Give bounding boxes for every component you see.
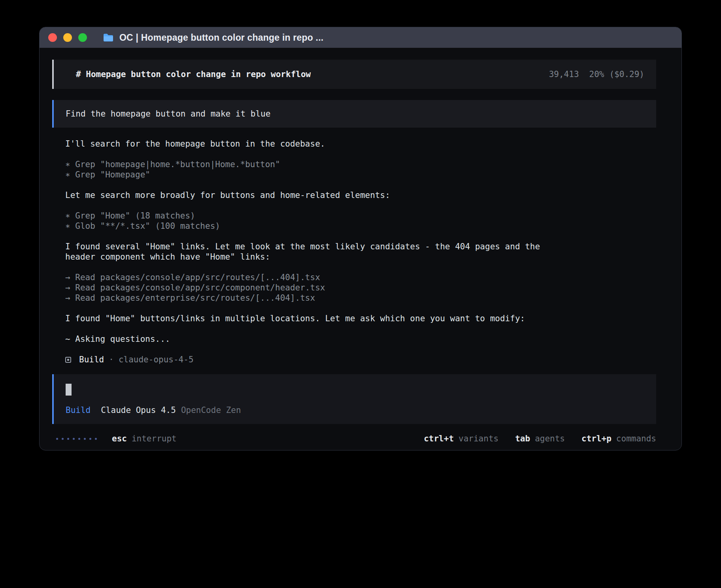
assistant-text: I'll search for the homepage button in t… [65,139,559,149]
prompt-input[interactable]: Build Claude Opus 4.5 OpenCode Zen [52,374,656,424]
input-provider-label: OpenCode Zen [181,405,241,415]
hint-commands: ctrl+p commands [581,433,656,444]
session-cost: ($0.29) [609,70,644,79]
assistant-text: I found several "Home" links. Let me loo… [65,241,559,262]
tool-call-grep[interactable]: ∗ Grep "homepage|home.*button|Home.*butt… [65,159,559,170]
terminal-window: OC | Homepage button color change in rep… [39,27,682,450]
conversation: I'll search for the homepage button in t… [52,139,656,344]
terminal-content: # Homepage button color change in repo w… [40,48,681,450]
window-titlebar[interactable]: OC | Homepage button color change in rep… [40,27,681,48]
folder-icon [103,33,114,42]
session-title: # Homepage button color change in repo w… [76,69,311,79]
tool-call-read[interactable]: → Read packages/enterprise/src/routes/[.… [65,293,559,303]
assistant-text: I found "Home" buttons/links in multiple… [65,313,559,324]
hint-variants: ctrl+t variants [424,433,498,444]
user-message-text: Find the homepage button and make it blu… [66,109,270,119]
input-agent-label[interactable]: Build [66,405,91,415]
session-stats: 39,41320%($0.29) [549,69,644,79]
close-button[interactable] [48,33,57,42]
token-count: 39,413 [549,70,579,79]
traffic-lights [48,33,87,42]
tool-call-group: ∗ Grep "homepage|home.*button|Home.*butt… [65,159,559,180]
session-header: # Homepage button color change in repo w… [52,60,656,89]
window-title: OC | Homepage button color change in rep… [119,32,323,43]
tool-call-read[interactable]: → Read packages/console/app/src/componen… [65,283,559,293]
text-cursor [66,384,72,396]
status-bar: esc interrupt ctrl+t variants tab agents… [52,433,656,444]
minimize-button[interactable] [63,33,72,42]
hint-agents: tab agents [515,433,565,444]
input-footer: Build Claude Opus 4.5 OpenCode Zen [66,405,644,415]
tool-call-grep[interactable]: ∗ Grep "Home" (18 matches) [65,211,559,221]
agent-badge-icon [65,357,71,363]
input-model-label[interactable]: Claude Opus 4.5 [101,405,176,415]
spinner-icon [56,438,97,440]
asking-questions-status: ~ Asking questions... [65,334,559,344]
context-percent: 20% [589,70,604,79]
agent-model: claude-opus-4-5 [119,354,194,365]
user-message: Find the homepage button and make it blu… [52,100,656,128]
agent-name: Build [79,354,104,365]
tool-call-read[interactable]: → Read packages/console/app/src/routes/[… [65,272,559,283]
esc-key-hint: esc [112,433,127,444]
agent-status-line: Build · claude-opus-4-5 [52,354,656,365]
agent-separator: · [109,354,114,365]
tool-call-glob[interactable]: ∗ Glob "**/*.tsx" (100 matches) [65,221,559,231]
assistant-text: Let me search more broadly for buttons a… [65,190,559,200]
tool-call-group: → Read packages/console/app/src/routes/[… [65,272,559,303]
tool-call-grep[interactable]: ∗ Grep "Homepage" [65,170,559,180]
zoom-button[interactable] [78,33,87,42]
esc-key-label: interrupt [132,433,177,444]
tool-call-group: ∗ Grep "Home" (18 matches) ∗ Glob "**/*.… [65,211,559,231]
